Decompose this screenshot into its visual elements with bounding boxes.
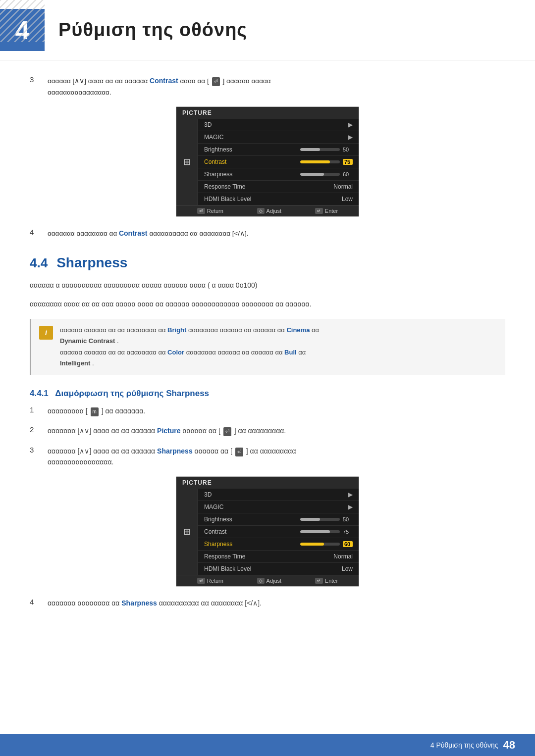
menu-row-sharpness-2: Sharpness 60 <box>198 538 359 551</box>
menu-monitor-icon-2: ⊞ <box>183 526 191 537</box>
footer-return-label-2: Return <box>207 578 223 584</box>
menu-row-hdmi-1: HDMI Black Level Low <box>198 193 359 205</box>
label-contrast: Contrast <box>204 158 226 165</box>
footer-adjust-icon-1: ◇ <box>257 208 265 214</box>
label-contrast-2: Contrast <box>204 528 226 535</box>
footer-enter-2: ↵ Enter <box>315 578 338 584</box>
footer-adjust-icon-2: ◇ <box>257 578 265 584</box>
menu-title-1: PICTURE <box>176 107 359 119</box>
slider-contrast-2: 75 <box>300 529 353 535</box>
val-brightness: 50 <box>343 147 353 152</box>
step-441-1-num: 1 <box>30 405 48 414</box>
section-44-num: 4.4 <box>30 255 48 271</box>
content-area: 3 αααααα [∧∨] αααα αα αα αααααα Contrast… <box>0 75 535 648</box>
val-contrast: 75 <box>343 159 353 165</box>
footer-return-label-1: Return <box>207 208 223 214</box>
page-title: Ρύθμιση της οθόνης <box>58 19 247 41</box>
page-header: 4 Ρύθμιση της οθόνης <box>0 0 535 60</box>
step-441-4-text: ααααααα αααααααα αα Sharpness αααααααααα… <box>48 598 505 608</box>
section-44-body2: αααααααα αααα αα αα ααα ααααα αααα αα αα… <box>30 299 505 310</box>
section-44-title: Sharpness <box>56 255 127 271</box>
arrow-3d-2: ▶ <box>348 491 353 498</box>
slider-bar-brightness-2 <box>300 518 340 521</box>
val-contrast-2: 75 <box>343 529 353 535</box>
subsection-441-title: Διαμόρφωση της ρύθμισης Sharpness <box>55 389 209 398</box>
step-4-text: ααααααα αααααααα αα Contrast αααααααααα … <box>48 228 505 239</box>
menu-rows-1: 3D ▶ MAGIC ▶ Brightness 50 <box>198 119 359 205</box>
footer-section-text: 4 Ρύθμιση της οθόνης <box>430 741 498 749</box>
step-441-3-num: 3 <box>30 446 48 454</box>
menu-icon-col-1: ⊞ <box>176 119 198 205</box>
slider-bar-sharpness-1 <box>300 173 340 176</box>
step-number-4: 4 <box>30 228 48 236</box>
label-sharpness-2: Sharpness <box>204 541 232 548</box>
step-441-1-row: 1 ααααααααα [ m ] αα ααααααα. <box>30 405 505 416</box>
label-3d-2: 3D <box>204 491 212 498</box>
footer-return-icon-2: ⏎ <box>197 578 205 584</box>
enter-icon-3: ⏎ <box>235 448 243 456</box>
menu-row-hdmi-2: HDMI Black Level Low <box>198 563 359 575</box>
val-response-2: Normal <box>333 553 353 560</box>
menu-screenshot-1: PICTURE ⊞ 3D ▶ MAGIC ▶ Brightness <box>176 106 359 217</box>
menu-row-response-2: Response Time Normal <box>198 551 359 563</box>
step-441-4-row: 4 ααααααα αααααααα αα Sharpness αααααααα… <box>30 598 505 608</box>
slider-brightness: 50 <box>300 147 353 152</box>
step-number-3: 3 <box>30 75 48 84</box>
label-brightness: Brightness <box>204 146 232 153</box>
step-3-text: αααααα [∧∨] αααα αα αα αααααα Contrast α… <box>48 75 505 98</box>
menu-row-brightness: Brightness 50 <box>198 144 359 156</box>
step-3-row: 3 αααααα [∧∨] αααα αα αα αααααα Contrast… <box>30 75 505 98</box>
val-hdmi-2: Low <box>342 565 353 572</box>
val-sharpness-1: 60 <box>343 171 353 177</box>
menu-screenshot-2: PICTURE ⊞ 3D ▶ MAGIC ▶ Brightness <box>176 476 359 587</box>
note-box: i αααααα αααααα αα αα αααααααα αα Bright… <box>30 319 505 374</box>
slider-fill-brightness-2 <box>300 518 320 521</box>
menu-icon-1: m <box>91 407 99 416</box>
menu-rows-2: 3D ▶ MAGIC ▶ Brightness 50 <box>198 489 359 575</box>
step-441-3-text: ααααααα [∧∨] αααα αα αα αααααα Sharpness… <box>48 446 505 468</box>
footer-adjust-2: ◇ Adjust <box>257 578 282 584</box>
slider-sharpness-1: 60 <box>300 171 353 177</box>
menu-row-magic-2: MAGIC ▶ <box>198 501 359 513</box>
menu-title-2: PICTURE <box>176 477 359 489</box>
contrast-highlight: Contrast <box>150 77 178 85</box>
footer-enter-label-1: Enter <box>325 208 338 214</box>
slider-fill-brightness <box>300 148 320 151</box>
note-dynamic: Dynamic Contrast <box>60 337 115 345</box>
note-bull: Bull <box>284 349 297 356</box>
slider-contrast: 75 <box>300 159 353 165</box>
menu-body-1: ⊞ 3D ▶ MAGIC ▶ Brightness <box>176 119 359 205</box>
subsection-441-num: 4.4.1 <box>30 389 49 398</box>
slider-fill-sharpness-1 <box>300 173 324 176</box>
note-cinema: Cinema <box>286 326 310 334</box>
footer-return-1: ⏎ Return <box>197 208 223 214</box>
menu-body-2: ⊞ 3D ▶ MAGIC ▶ Brightness <box>176 489 359 575</box>
slider-brightness-2: 50 <box>300 516 353 522</box>
decorative-hatch <box>0 0 45 42</box>
footer-adjust-label-1: Adjust <box>267 208 282 214</box>
footer-page-number: 48 <box>503 739 515 752</box>
footer-enter-icon-1: ↵ <box>315 208 323 214</box>
slider-fill-contrast <box>300 160 330 163</box>
menu-footer-1: ⏎ Return ◇ Adjust ↵ Enter <box>176 205 359 216</box>
menu-row-sharpness-1: Sharpness 60 <box>198 168 359 181</box>
svg-rect-1 <box>0 0 45 42</box>
label-3d: 3D <box>204 121 212 128</box>
val-brightness-2: 50 <box>343 516 353 522</box>
subsection-441-header: 4.4.1 Διαμόρφωση της ρύθμισης Sharpness <box>30 389 505 399</box>
note-icon: i <box>39 326 53 340</box>
section-44-body1: αααααα α αααααααααα ααααααααα ααααα αααα… <box>30 280 505 292</box>
step-441-2-num: 2 <box>30 425 48 434</box>
footer-return-icon-1: ⏎ <box>197 208 205 214</box>
picture-highlight: Picture <box>157 427 180 435</box>
footer-enter-icon-2: ↵ <box>315 578 323 584</box>
footer-enter-label-2: Enter <box>325 578 338 584</box>
label-response-1: Response Time <box>204 183 245 190</box>
section-44-header: 4.4 Sharpness <box>30 255 505 271</box>
menu-icon-col-2: ⊞ <box>176 489 198 575</box>
footer-enter-1: ↵ Enter <box>315 208 338 214</box>
step-441-3-row: 3 ααααααα [∧∨] αααα αα αα αααααα Sharpne… <box>30 446 505 468</box>
label-magic-2: MAGIC <box>204 504 223 510</box>
menu-footer-2: ⏎ Return ◇ Adjust ↵ Enter <box>176 575 359 586</box>
slider-bar-sharpness-2 <box>300 543 340 546</box>
